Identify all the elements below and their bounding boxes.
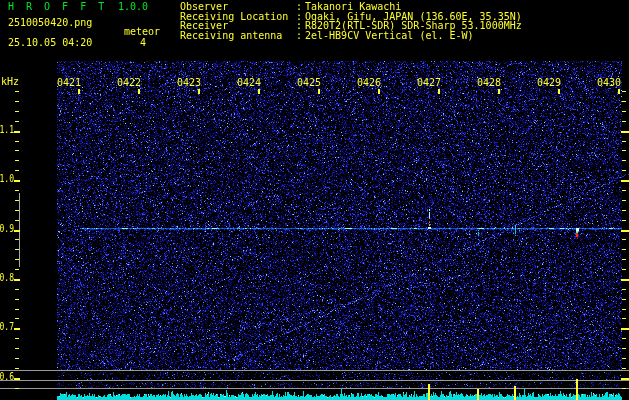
freq-label: 1.0 (0, 174, 14, 184)
time-label: 0421 (57, 78, 83, 88)
time-label: 0425 (297, 78, 323, 88)
freq-axis: 1.11.00.90.80.70.6 (0, 0, 30, 400)
freq-label: 0.8 (0, 273, 14, 283)
hrofft-screen: H R O F F T 1.0.0 2510050420.png meteor … (0, 0, 629, 400)
freq-label: 0.9 (0, 224, 14, 234)
time-label: 0426 (357, 78, 383, 88)
time-label: 0423 (177, 78, 203, 88)
time-label: 0427 (417, 78, 443, 88)
freq-label: 0.6 (0, 372, 14, 382)
time-label: 0430 (597, 78, 623, 88)
time-axis: 0421042204230424042504260427042804290430 (0, 0, 629, 100)
time-label: 0429 (537, 78, 563, 88)
time-label: 0428 (477, 78, 503, 88)
time-label: 0422 (117, 78, 143, 88)
freq-label: 0.7 (0, 322, 14, 332)
time-label: 0424 (237, 78, 263, 88)
freq-label: 1.1 (0, 125, 14, 135)
